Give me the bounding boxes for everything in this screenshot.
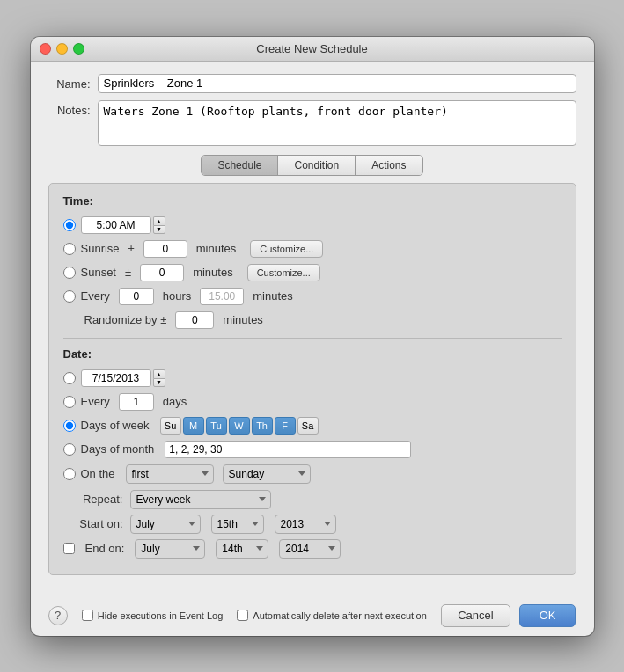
every-days-row: Every days — [63, 393, 562, 411]
date-field[interactable] — [81, 369, 151, 387]
sunset-pm: ± — [125, 266, 131, 279]
checkbox-row: Hide executions in Event Log Automatical… — [82, 610, 427, 621]
start-day-select[interactable]: 15th — [211, 515, 264, 534]
name-input[interactable] — [98, 74, 576, 93]
dow-f[interactable]: F — [275, 417, 296, 435]
maximize-button[interactable] — [73, 43, 84, 55]
end-day-select[interactable]: 14th — [216, 539, 268, 559]
end-on-checkbox[interactable] — [63, 543, 75, 554]
repeat-row: Repeat: Every week Every two weeks Every… — [63, 490, 562, 509]
specific-date-radio[interactable] — [63, 372, 76, 384]
sunrise-radio[interactable] — [63, 243, 76, 255]
auto-delete-text: Automatically delete after next executio… — [253, 610, 427, 621]
time-field[interactable] — [81, 216, 151, 234]
sunrise-minutes-input[interactable] — [143, 240, 187, 258]
auto-delete-label[interactable]: Automatically delete after next executio… — [237, 610, 427, 621]
date-input-group: ▲ ▼ — [81, 369, 165, 387]
button-row: Cancel OK — [441, 604, 576, 627]
sunset-customize-btn[interactable]: Customize... — [247, 264, 320, 281]
notes-label: Notes: — [48, 100, 98, 117]
dow-tu[interactable]: Tu — [206, 417, 227, 435]
sunset-row: Sunset ± minutes Customize... — [63, 264, 562, 281]
every-days-input[interactable] — [119, 393, 154, 411]
end-month-select[interactable]: July — [135, 539, 205, 559]
end-on-row: End on: July 14th 2014 — [63, 539, 562, 559]
repeat-select[interactable]: Every week Every two weeks Every month N… — [130, 490, 271, 509]
time-label: Time: — [63, 194, 562, 208]
specific-time-radio[interactable] — [63, 219, 76, 231]
start-month-select[interactable]: January February March April May June Ju… — [130, 515, 201, 534]
sunrise-customize-btn[interactable]: Customize... — [250, 240, 323, 258]
time-down-btn[interactable]: ▼ — [153, 225, 165, 234]
every-days-radio[interactable] — [63, 396, 76, 408]
randomize-label: Randomize by ± — [84, 313, 167, 326]
schedule-panel: Time: ▲ ▼ Sunrise ± minutes C — [48, 183, 576, 575]
window-title: Create New Schedule — [256, 42, 367, 55]
date-down-btn[interactable]: ▼ — [153, 378, 165, 387]
form-content: Name: Notes: Waters Zone 1 (Rooftop plan… — [31, 62, 594, 595]
name-label: Name: — [48, 74, 98, 91]
dow-m[interactable]: M — [183, 417, 204, 435]
on-the-radio[interactable] — [63, 468, 76, 480]
tab-schedule[interactable]: Schedule — [202, 156, 278, 175]
days-of-week-row: Days of week Su M Tu W Th F Sa — [63, 417, 562, 435]
sunset-label: Sunset — [81, 266, 116, 279]
date-label: Date: — [63, 347, 562, 361]
days-of-week-group: Su M Tu W Th F Sa — [160, 417, 319, 435]
sunset-minutes-input[interactable] — [140, 264, 184, 281]
auto-delete-checkbox[interactable] — [237, 610, 248, 621]
sunset-radio[interactable] — [63, 267, 76, 279]
on-the-first-select[interactable]: first second third fourth last — [126, 464, 214, 484]
days-of-month-radio[interactable] — [63, 443, 76, 456]
days-of-week-radio[interactable] — [63, 420, 76, 432]
end-year-select[interactable]: 2014 — [279, 539, 341, 559]
minutes-label: minutes — [253, 289, 293, 303]
tab-group: Schedule Condition Actions — [201, 155, 422, 176]
dow-sa[interactable]: Sa — [297, 417, 319, 435]
tabs-container: Schedule Condition Actions — [48, 155, 576, 176]
dow-w[interactable]: W — [229, 417, 250, 435]
start-on-label: Start on: — [63, 517, 123, 530]
cancel-button[interactable]: Cancel — [441, 604, 510, 627]
close-button[interactable] — [40, 43, 51, 55]
hide-executions-checkbox[interactable] — [82, 610, 93, 621]
every-minutes-input[interactable] — [200, 288, 244, 305]
every-hours-radio[interactable] — [63, 290, 76, 303]
every-hours-row: Every hours minutes — [63, 288, 562, 305]
repeat-label: Repeat: — [63, 493, 123, 506]
time-up-btn[interactable]: ▲ — [153, 216, 165, 225]
tab-actions[interactable]: Actions — [356, 156, 422, 175]
start-year-select[interactable]: 2013 — [275, 515, 336, 534]
days-label: days — [163, 395, 187, 408]
on-the-day-select[interactable]: Sunday Monday Tuesday Wednesday Thursday… — [223, 464, 311, 484]
hide-executions-label[interactable]: Hide executions in Event Log — [82, 610, 223, 621]
notes-row: Notes: Waters Zone 1 (Rooftop plants, fr… — [48, 100, 576, 146]
start-on-row: Start on: January February March April M… — [63, 515, 562, 534]
time-stepper: ▲ ▼ — [153, 216, 165, 234]
every-hours-input[interactable] — [119, 288, 154, 305]
on-the-row: On the first second third fourth last Su… — [63, 464, 562, 484]
traffic-lights — [40, 43, 84, 55]
bottom-bar: ? Hide executions in Event Log Automatic… — [31, 595, 594, 636]
help-area: ? — [48, 606, 68, 625]
days-of-month-input[interactable] — [165, 441, 411, 458]
section-divider — [63, 338, 562, 339]
ok-button[interactable]: OK — [519, 604, 576, 627]
time-input-group: ▲ ▼ — [81, 216, 165, 234]
dow-su[interactable]: Su — [160, 417, 181, 435]
help-button[interactable]: ? — [48, 606, 68, 625]
dow-th[interactable]: Th — [252, 417, 273, 435]
randomize-input[interactable] — [175, 311, 214, 329]
sunrise-pm: ± — [128, 242, 135, 255]
notes-input[interactable]: Waters Zone 1 (Rooftop plants, front doo… — [98, 100, 576, 146]
sunrise-label: Sunrise — [81, 242, 120, 255]
tab-condition[interactable]: Condition — [278, 156, 356, 175]
name-row: Name: — [48, 74, 576, 93]
specific-time-row: ▲ ▼ — [63, 216, 562, 234]
days-of-month-label: Days of month — [81, 442, 155, 456]
minimize-button[interactable] — [56, 43, 68, 55]
randomize-minutes-label: minutes — [223, 313, 263, 326]
date-up-btn[interactable]: ▲ — [153, 369, 165, 378]
sunset-minutes-label: minutes — [193, 266, 233, 279]
every-label: Every — [81, 289, 110, 303]
